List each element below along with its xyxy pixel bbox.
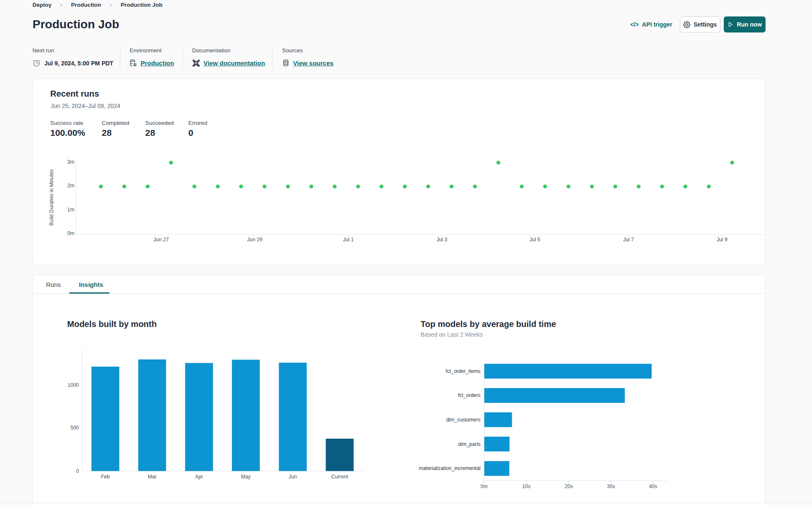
svg-text:Jul 1: Jul 1 — [343, 237, 354, 243]
svg-text:dim_parts: dim_parts — [458, 441, 481, 447]
svg-text:Apr: Apr — [195, 474, 203, 480]
svg-text:0m: 0m — [67, 230, 74, 236]
svg-text:Mar: Mar — [148, 474, 157, 480]
svg-text:1m: 1m — [67, 207, 74, 213]
svg-text:materialization_incremental: materialization_incremental — [419, 465, 481, 471]
svg-text:40s: 40s — [649, 483, 657, 489]
svg-text:Build Duration in Minutes: Build Duration in Minutes — [49, 169, 54, 225]
svg-text:Jun 29: Jun 29 — [247, 237, 262, 243]
svg-text:Feb: Feb — [101, 474, 110, 480]
svg-text:1000: 1000 — [68, 382, 79, 388]
svg-text:3m: 3m — [67, 159, 74, 165]
svg-text:Jun: Jun — [289, 474, 297, 480]
svg-text:May: May — [241, 474, 251, 480]
svg-text:2m: 2m — [67, 183, 74, 189]
svg-text:fct_order_items: fct_order_items — [445, 368, 481, 374]
svg-text:30s: 30s — [607, 483, 615, 489]
svg-text:0: 0 — [76, 468, 79, 474]
svg-text:Jul 3: Jul 3 — [437, 237, 448, 243]
svg-text:Jul 7: Jul 7 — [623, 237, 634, 243]
svg-text:dim_customers: dim_customers — [446, 417, 481, 423]
svg-text:Jul 5: Jul 5 — [530, 237, 540, 243]
svg-text:0m: 0m — [481, 483, 488, 489]
svg-text:Current: Current — [331, 474, 348, 480]
svg-text:fct_orders: fct_orders — [458, 392, 481, 398]
svg-text:Jun 27: Jun 27 — [154, 237, 169, 243]
svg-text:Jul 9: Jul 9 — [717, 237, 728, 243]
svg-text:20s: 20s — [565, 483, 573, 489]
svg-text:10s: 10s — [522, 483, 530, 489]
svg-text:500: 500 — [71, 425, 79, 431]
